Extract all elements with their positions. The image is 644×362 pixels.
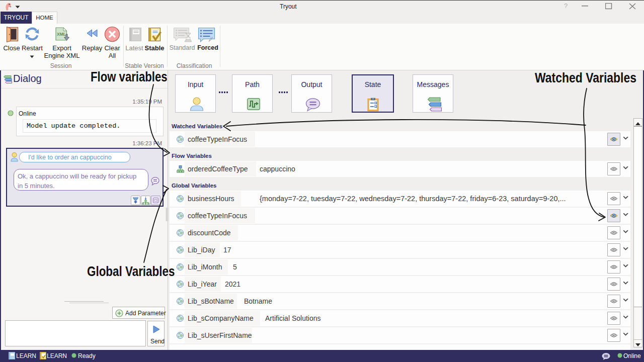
svg-text:XML: XML (57, 32, 66, 37)
